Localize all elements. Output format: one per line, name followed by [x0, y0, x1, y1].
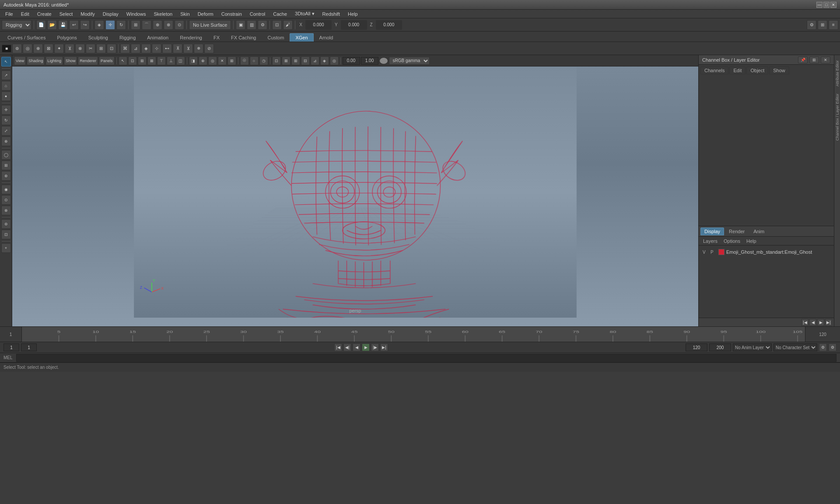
- playback-current-field[interactable]: [21, 343, 37, 351]
- tab-fx-caching[interactable]: FX Caching: [225, 33, 262, 42]
- subtab-options[interactable]: Options: [721, 238, 743, 244]
- move-tool[interactable]: ✛: [105, 20, 115, 30]
- tb2-icon19[interactable]: ✵: [194, 44, 203, 53]
- render-options[interactable]: ⚙: [258, 20, 267, 30]
- vp-show-menu[interactable]: Show: [64, 56, 77, 65]
- measure-button[interactable]: ⊡: [1, 230, 11, 239]
- snap-view[interactable]: ⊙: [175, 20, 184, 30]
- layer-nav-last[interactable]: ▶|: [825, 319, 832, 326]
- tab-rendering[interactable]: Rendering: [174, 33, 208, 42]
- playback-settings-icon[interactable]: ⚙: [829, 343, 836, 351]
- more-button[interactable]: +: [1, 243, 11, 253]
- playback-start-field[interactable]: [4, 343, 19, 351]
- layer-p-toggle[interactable]: P: [710, 250, 717, 255]
- tb2-icon18[interactable]: ⊻: [183, 44, 193, 53]
- char-set-select[interactable]: No Character Set: [774, 343, 817, 351]
- tb2-icon12[interactable]: ⌘: [120, 44, 130, 53]
- render-sequence[interactable]: ▥: [247, 20, 256, 30]
- snap-button[interactable]: ⊜: [1, 219, 11, 229]
- subtab-help[interactable]: Help: [744, 238, 759, 244]
- anim-layer-select[interactable]: No Anim Layer: [733, 343, 772, 351]
- menu-modify[interactable]: Modify: [77, 10, 98, 18]
- tab-show[interactable]: Show: [769, 66, 789, 74]
- snap-curve[interactable]: ⌒: [142, 20, 151, 30]
- lasso-button[interactable]: ⌂: [1, 81, 11, 91]
- vp-icon19[interactable]: ⊟: [301, 56, 310, 65]
- maximize-button[interactable]: □: [823, 2, 830, 8]
- scale-button[interactable]: ⤢: [1, 126, 11, 136]
- tab-fx[interactable]: FX: [208, 33, 225, 42]
- tab-edit[interactable]: Edit: [729, 66, 746, 74]
- menu-skin[interactable]: Skin: [177, 10, 193, 18]
- render-region[interactable]: ▣: [236, 20, 245, 30]
- vp-icon22[interactable]: ◎: [330, 56, 339, 65]
- brush-button[interactable]: ●: [1, 91, 11, 101]
- tb2-icon14[interactable]: ◈: [141, 44, 151, 53]
- vp-renderer-menu[interactable]: Renderer: [78, 56, 98, 65]
- layer-row-ghost[interactable]: V P Emoji_Ghost_mb_standart:Emoji_Ghost: [700, 247, 832, 257]
- menu-file[interactable]: File: [2, 10, 17, 18]
- vp-val2[interactable]: [361, 57, 378, 65]
- vp-icon12[interactable]: ⊞: [228, 56, 236, 65]
- step-forward-button[interactable]: |▶: [371, 343, 379, 351]
- vp-icon11[interactable]: ✕: [218, 56, 227, 65]
- play-back-button[interactable]: ◀: [353, 343, 360, 351]
- viewport[interactable]: View Shading Lighting Show Renderer Pane…: [12, 55, 698, 326]
- timeline-ruler[interactable]: 5 10 15 20 25 30 35 40 45 50 5: [22, 327, 805, 342]
- vp-gamma-icon[interactable]: [379, 57, 388, 64]
- subtab-layers[interactable]: Layers: [700, 238, 720, 244]
- joint-button[interactable]: ◉: [1, 185, 11, 194]
- tb2-icon5[interactable]: ⊠: [44, 44, 53, 53]
- paint-select-button[interactable]: ↗: [1, 70, 11, 80]
- panel-close-button[interactable]: ✕: [821, 56, 830, 63]
- rotate-tool[interactable]: ↻: [116, 20, 126, 30]
- vp-icon17[interactable]: ⊠: [282, 56, 290, 65]
- char-set-icon[interactable]: ⚙: [819, 343, 827, 351]
- playback-end-field[interactable]: [686, 343, 707, 351]
- undo-button[interactable]: ↩: [69, 20, 79, 30]
- new-scene-button[interactable]: 📄: [36, 20, 46, 30]
- tb2-icon16[interactable]: ⊷: [162, 44, 172, 53]
- z-field[interactable]: 0.000: [376, 20, 402, 30]
- layer-vp-toggle[interactable]: V: [703, 250, 709, 255]
- playback-total-field[interactable]: [709, 343, 731, 351]
- tab-display[interactable]: Display: [700, 228, 724, 235]
- vp-icon21[interactable]: ◈: [320, 56, 329, 65]
- tb2-icon6[interactable]: ✦: [54, 44, 64, 53]
- layer-nav-first[interactable]: |◀: [802, 319, 808, 326]
- minimize-button[interactable]: —: [816, 2, 822, 8]
- select-object-button[interactable]: ↖: [1, 57, 11, 66]
- move-button[interactable]: ✛: [1, 105, 11, 115]
- vp-icon15[interactable]: ◷: [259, 56, 268, 65]
- rotate-button[interactable]: ↻: [1, 116, 11, 125]
- vp-icon14[interactable]: ○: [250, 56, 259, 65]
- tab-anim[interactable]: Anim: [749, 228, 768, 235]
- vp-icon6[interactable]: ⊥: [167, 56, 175, 65]
- layer-nav-next[interactable]: ▶: [817, 319, 824, 326]
- lattice-button[interactable]: ⊞: [1, 161, 11, 170]
- step-back-button[interactable]: ◀|: [343, 343, 351, 351]
- menu-help[interactable]: Help: [344, 10, 361, 18]
- snap-surface[interactable]: ⊗: [164, 20, 173, 30]
- menu-3dtoall[interactable]: 3DtoAll ▾: [291, 10, 318, 18]
- tb2-icon15[interactable]: ⊹: [152, 44, 161, 53]
- layer-nav-prev[interactable]: ◀: [809, 319, 816, 326]
- layer-color-swatch[interactable]: [718, 249, 724, 255]
- vp-icon10[interactable]: ◎: [208, 56, 217, 65]
- vp-icon5[interactable]: ⊤: [157, 56, 166, 65]
- panel-expand-button[interactable]: ⊞: [809, 56, 819, 63]
- menu-cache[interactable]: Cache: [270, 10, 290, 18]
- tab-channels[interactable]: Channels: [700, 66, 728, 74]
- tb2-icon8[interactable]: ⊗: [75, 44, 85, 53]
- snap-point[interactable]: ⊕: [153, 20, 162, 30]
- tab-object[interactable]: Object: [746, 66, 768, 74]
- x-field[interactable]: 0.000: [305, 20, 332, 30]
- no-live-surface-button[interactable]: No Live Surface: [189, 20, 231, 30]
- vp-gamma-select[interactable]: sRGB gamma: [389, 57, 430, 65]
- menu-windows[interactable]: Windows: [123, 10, 150, 18]
- vp-icon13[interactable]: ⦾: [240, 56, 249, 65]
- layout-icon[interactable]: ⊞: [818, 20, 827, 30]
- paint-weights[interactable]: 🖌: [283, 20, 293, 30]
- panel-pin-button[interactable]: 📌: [798, 56, 808, 63]
- vp-icon9[interactable]: ⊕: [199, 56, 207, 65]
